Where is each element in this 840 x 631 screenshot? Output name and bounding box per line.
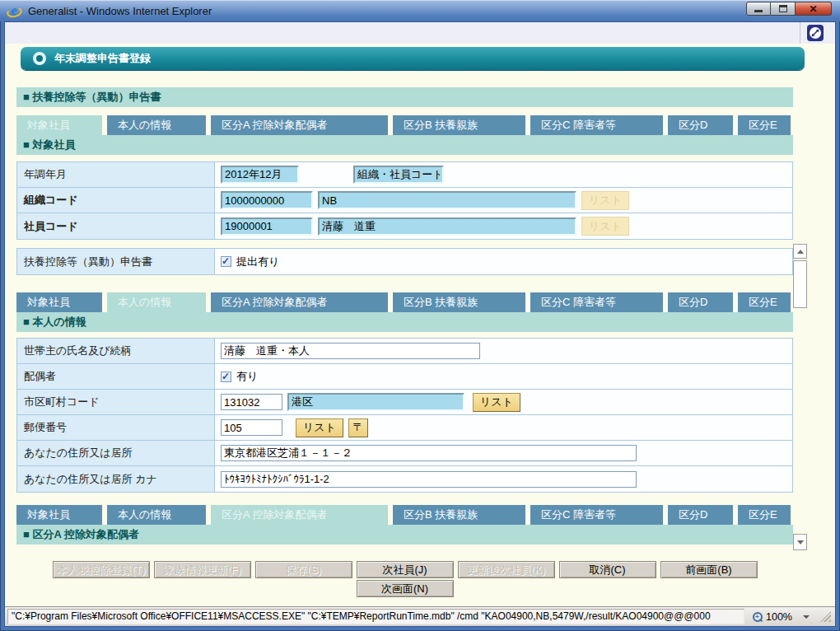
next-screen-button[interactable]: 次画面(N): [357, 580, 454, 597]
tab-kubun-b[interactable]: 区分B 扶養親族: [393, 505, 525, 525]
city-list-button[interactable]: リスト: [473, 393, 520, 412]
screen-title: 年末調整申告書登録: [54, 51, 151, 66]
table-row: 市区町村コード リスト: [17, 390, 792, 415]
tab-kubun-c[interactable]: 区分C 障害者等: [530, 505, 663, 525]
city-code-input[interactable]: [221, 394, 282, 410]
save-button[interactable]: 保存(S): [255, 561, 352, 578]
section-declaration: ■ 扶養控除等（異動）申告書: [16, 87, 793, 107]
table-row: 郵便番号 リスト 〒: [17, 415, 792, 441]
org-code-field[interactable]: [221, 191, 313, 209]
target-employee-table: 年調年月 組織コード リスト: [16, 161, 793, 240]
org-list-button[interactable]: リスト: [581, 191, 629, 210]
arrow-down-icon: [797, 540, 804, 545]
tab-kubun-b[interactable]: 区分B 扶養親族: [393, 115, 525, 135]
field-label: 世帯主の氏名及び続柄: [17, 339, 215, 363]
nencho-month-field[interactable]: [221, 166, 299, 184]
section-target-employee: ■ 対象社員: [16, 135, 793, 155]
prev-screen-button[interactable]: 前画面(B): [660, 561, 758, 578]
postal-mark-button[interactable]: 〒: [348, 418, 368, 437]
field-label: 年調年月: [17, 162, 215, 187]
next-after-update-button[interactable]: 更新後次社員(K): [458, 561, 555, 578]
minimize-icon: [754, 10, 763, 12]
tab-kubun-c[interactable]: 区分C 障害者等: [530, 115, 663, 135]
arrow-up-icon: [797, 250, 804, 254]
zoom-control[interactable]: + 100%: [753, 611, 833, 623]
tab-target-employee[interactable]: 対象社員: [16, 292, 102, 312]
field-label: 社員コード: [17, 213, 215, 239]
org-name-field[interactable]: [318, 191, 576, 209]
employee-list-button[interactable]: リスト: [581, 217, 629, 236]
employee-code-field[interactable]: [221, 217, 313, 236]
action-button-row-1: 本人税控除登録(T) 家族情報更新(F) 保存(S) 次社員(J) 更新後次社員…: [16, 561, 793, 578]
scroll-down-button[interactable]: [793, 534, 807, 550]
tab-kubun-e[interactable]: 区分E: [738, 115, 791, 135]
zoom-magnifier-icon: +: [753, 612, 762, 621]
tab-kubun-e[interactable]: 区分E: [738, 505, 791, 525]
submitted-checkbox[interactable]: [221, 256, 231, 267]
table-row: 扶養控除等（異動）申告書 提出有り: [17, 249, 792, 274]
tab-kubun-d[interactable]: 区分D: [668, 292, 733, 312]
tab-kubun-c[interactable]: 区分C 障害者等: [530, 292, 663, 312]
city-name-field[interactable]: [287, 393, 464, 411]
field-label: あなたの住所又は居所 カナ: [17, 466, 215, 492]
close-button[interactable]: ✕: [796, 2, 832, 16]
postal-list-button[interactable]: リスト: [296, 418, 343, 437]
tab-target-employee[interactable]: 対象社員: [16, 505, 102, 525]
family-update-button[interactable]: 家族情報更新(F): [154, 561, 251, 578]
page: 年末調整申告書登録 ■ 扶養控除等（異動）申告書 対象社員 本人の情報 区分A …: [5, 22, 835, 606]
address-kana-input[interactable]: [221, 471, 637, 488]
tab-kubun-a[interactable]: 区分A 控除対象配偶者: [211, 292, 388, 312]
page-top-strip: [5, 22, 835, 44]
scroll-up-button[interactable]: [793, 244, 807, 259]
field-label: 郵便番号: [17, 415, 215, 440]
tab-personal-info[interactable]: 本人の情報: [107, 505, 206, 525]
submitted-checkbox-label: 提出有り: [236, 255, 279, 269]
table-row: 世帯主の氏名及び続柄: [17, 339, 792, 364]
tab-personal-info[interactable]: 本人の情報: [107, 292, 206, 312]
table-row: 社員コード リスト: [17, 213, 792, 239]
field-label: 市区町村コード: [17, 390, 215, 414]
titlebar: e Generalist - Windows Internet Explorer…: [0, 0, 840, 21]
tab-kubun-e[interactable]: 区分E: [738, 292, 791, 312]
cancel-button[interactable]: 取消(C): [559, 561, 656, 578]
employee-name-field[interactable]: [318, 217, 576, 236]
householder-name-input[interactable]: [221, 343, 480, 359]
zoom-dropdown-icon[interactable]: [803, 615, 810, 619]
table-row: あなたの住所又は居所 カナ: [17, 466, 792, 492]
tab-kubun-a[interactable]: 区分A 控除対象配偶者: [211, 115, 388, 135]
address-input[interactable]: [221, 445, 637, 461]
resize-content-icon[interactable]: [807, 25, 824, 41]
bullet-circle-icon: [33, 52, 46, 65]
scrollbar-thumb[interactable]: [793, 260, 807, 308]
tab-kubun-a[interactable]: 区分A 控除対象配偶者: [211, 505, 388, 525]
action-button-row-2: 次画面(N): [16, 580, 793, 597]
postal-code-input[interactable]: [221, 419, 282, 436]
table-row: 配偶者 有り: [17, 364, 792, 390]
spouse-checkbox-label: 有り: [236, 369, 258, 384]
next-employee-button[interactable]: 次社員(J): [357, 561, 454, 578]
status-bar: "C:¥Program Files¥Microsoft Office¥OFFIC…: [5, 606, 835, 626]
tax-register-button[interactable]: 本人税控除登録(T): [53, 561, 150, 578]
window-title: Generalist - Windows Internet Explorer: [28, 5, 212, 17]
tab-kubun-b[interactable]: 区分B 扶養親族: [393, 292, 525, 312]
maximize-button[interactable]: [771, 2, 796, 16]
spouse-checkbox[interactable]: [221, 372, 231, 382]
section-personal-info: ■ 本人の情報: [16, 312, 793, 332]
table-row: 組織コード リスト: [17, 188, 792, 213]
vertical-scrollbar: [793, 244, 807, 550]
tab-row-2: 対象社員 本人の情報 区分A 控除対象配偶者 区分B 扶養親族 区分C 障害者等…: [16, 292, 793, 312]
field-label: 組織コード: [17, 188, 215, 213]
status-command-text: "C:¥Program Files¥Microsoft Office¥OFFIC…: [7, 609, 744, 624]
sort-order-field[interactable]: [353, 166, 444, 184]
tab-target-employee[interactable]: 対象社員: [16, 115, 102, 135]
tab-personal-info[interactable]: 本人の情報: [107, 115, 206, 135]
field-label: 扶養控除等（異動）申告書: [17, 249, 215, 274]
tab-kubun-d[interactable]: 区分D: [668, 505, 733, 525]
table-row: あなたの住所又は居所: [17, 441, 792, 466]
tab-row-3: 対象社員 本人の情報 区分A 控除対象配偶者 区分B 扶養親族 区分C 障害者等…: [16, 505, 793, 525]
tab-kubun-d[interactable]: 区分D: [668, 115, 733, 135]
maximize-icon: [779, 5, 787, 12]
minimize-button[interactable]: [746, 2, 771, 16]
declaration-table: 扶養控除等（異動）申告書 提出有り: [16, 248, 793, 275]
resize-grip[interactable]: [820, 611, 831, 622]
